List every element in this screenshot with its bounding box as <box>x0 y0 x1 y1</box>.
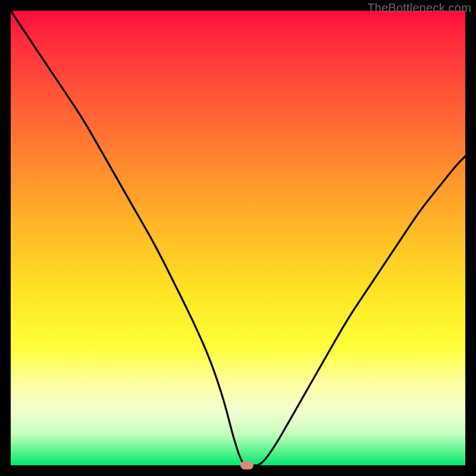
watermark-text: TheBottleneck.com <box>367 1 471 15</box>
plot-area <box>11 11 465 465</box>
bottleneck-curve <box>11 11 465 465</box>
chart-stage: TheBottleneck.com <box>0 0 476 476</box>
optimum-marker <box>240 461 253 469</box>
curve-layer <box>11 11 465 465</box>
